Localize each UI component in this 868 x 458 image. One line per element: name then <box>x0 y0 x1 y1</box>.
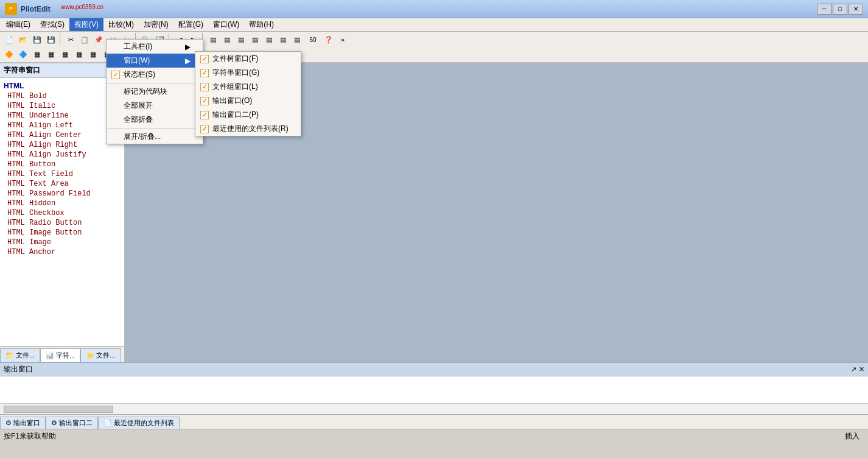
sidebar-item[interactable]: HTML Password Field <box>0 189 124 199</box>
menu-config[interactable]: 配置(G) <box>173 18 208 31</box>
sidebar-item[interactable]: HTML Checkbox <box>0 208 124 218</box>
output-tab[interactable]: ⚙输出窗口二 <box>46 417 98 429</box>
menu-statusbar-label: 状态栏(S) <box>124 69 155 80</box>
status-bar: 按F1来获取帮助 插入 <box>0 429 868 443</box>
tab-icon: 📁 <box>5 351 14 359</box>
sidebar-item[interactable]: HTML Text Area <box>0 179 124 189</box>
mark-code-check-placeholder <box>111 88 121 96</box>
tb-help[interactable]: ❓ <box>322 33 335 46</box>
tb2-b7[interactable]: ▦ <box>86 48 100 61</box>
menu-mark-code-label: 标记为代码块 <box>124 86 167 97</box>
menu-expand-all[interactable]: 全部展开 <box>107 99 203 113</box>
file-tree-check-box: ✓ <box>200 55 209 63</box>
tb-b7[interactable]: ▤ <box>290 33 304 46</box>
menu-mark-code[interactable]: 标记为代码块 <box>107 85 203 99</box>
sidebar-item[interactable]: HTML Text Field <box>0 169 124 179</box>
status-help-text: 按F1来获取帮助 <box>4 431 845 442</box>
menu-window[interactable]: 窗口(W) <box>208 18 244 31</box>
sep1 <box>60 33 62 46</box>
submenu-file-tree[interactable]: ✓ 文件树窗口(F) <box>195 52 301 66</box>
string-window-check: ✓ <box>200 69 210 77</box>
horizontal-scrollbar[interactable] <box>4 406 113 413</box>
menu-edit[interactable]: 编辑(E) <box>1 18 35 31</box>
tb-new[interactable]: 📄 <box>2 33 16 46</box>
expand-all-check-placeholder <box>111 102 121 110</box>
tb-open[interactable]: 📂 <box>16 33 30 46</box>
tb-b2[interactable]: ▤ <box>220 33 234 46</box>
menu-toolbar[interactable]: 工具栏(I) ▶ <box>107 40 203 54</box>
app-logo: P <box>5 3 17 15</box>
sidebar-item[interactable]: HTML Image Button <box>0 228 124 238</box>
output-area: 输出窗口 ↗ ✕ ⚙输出窗口⚙输出窗口二📄最近使用的文件列表 <box>0 362 868 429</box>
menu-compare[interactable]: 比较(M) <box>103 18 139 31</box>
menu-collapse-all-label: 全部折叠 <box>124 114 153 125</box>
output2-check: ✓ <box>200 111 210 119</box>
menu-expand-collapse[interactable]: 展开/折叠... <box>107 130 203 144</box>
toolbar-arrow: ▶ <box>175 43 191 51</box>
tb2-b6[interactable]: ▦ <box>72 48 86 61</box>
tb-copy[interactable]: 📋 <box>78 33 91 46</box>
tb-b1[interactable]: ▤ <box>206 33 220 46</box>
menu-collapse-all[interactable]: 全部折叠 <box>107 113 203 127</box>
tb-num[interactable]: 60 <box>304 33 321 46</box>
output-close-button[interactable]: ✕ <box>859 365 864 373</box>
app-title: PilotEdit <box>21 5 817 13</box>
submenu-string-window[interactable]: ✓ 字符串窗口(G) <box>195 66 301 80</box>
sidebar-item[interactable]: HTML Hidden <box>0 199 124 208</box>
sidebar-item[interactable]: HTML Button <box>0 160 124 169</box>
tb-more[interactable]: » <box>336 33 349 46</box>
tb-b4[interactable]: ▤ <box>248 33 262 46</box>
file-group-check: ✓ <box>200 83 210 91</box>
tb-save-all[interactable]: 💾 <box>44 33 58 46</box>
menu-separator2 <box>107 128 203 129</box>
tb-save[interactable]: 💾 <box>30 33 44 46</box>
submenu-recent-files[interactable]: ✓ 最近使用的文件列表(R) <box>195 122 301 136</box>
recent-files-check-box: ✓ <box>200 125 209 133</box>
tb-b3[interactable]: ▤ <box>234 33 248 46</box>
toolbar-check-placeholder <box>111 43 121 51</box>
restore-button[interactable]: □ <box>833 4 847 15</box>
file-group-check-box: ✓ <box>200 83 209 91</box>
sidebar-item[interactable]: HTML Image <box>0 238 124 247</box>
output-tab[interactable]: 📄最近使用的文件列表 <box>98 417 180 429</box>
submenu-output2[interactable]: ✓ 输出窗口二(P) <box>195 108 301 122</box>
menu-statusbar[interactable]: ✓ 状态栏(S) <box>107 68 203 82</box>
output-scrollbar[interactable] <box>0 403 868 414</box>
tb-b6[interactable]: ▤ <box>276 33 290 46</box>
output-dock-button[interactable]: ↗ <box>851 365 856 373</box>
tab-label: 文件... <box>96 351 115 360</box>
statusbar-check: ✓ <box>111 71 121 79</box>
menu-expand-all-label: 全部展开 <box>124 100 153 111</box>
submenu-file-group-label: 文件组窗口(L) <box>212 82 258 92</box>
sidebar-item[interactable]: HTML Align Justify <box>0 150 124 160</box>
tb-cut[interactable]: ✂ <box>64 33 77 46</box>
menu-toolbar-label: 工具栏(I) <box>124 41 152 52</box>
tb2-b4[interactable]: ▦ <box>44 48 58 61</box>
menu-window[interactable]: 窗口(W) ▶ <box>107 54 203 68</box>
submenu-output1[interactable]: ✓ 输出窗口(O) <box>195 94 301 108</box>
sidebar-item[interactable]: HTML Anchor <box>0 247 124 257</box>
sidebar-tab[interactable]: 📊字符... <box>40 348 80 362</box>
output-tab-label: 输出窗口二 <box>59 418 93 428</box>
tb2-b2[interactable]: 🔷 <box>16 48 30 61</box>
menu-search[interactable]: 查找(S) <box>35 18 69 31</box>
menu-view[interactable]: 视图(V) <box>69 18 103 31</box>
sidebar-item[interactable]: HTML Radio Button <box>0 218 124 228</box>
tb2-b5[interactable]: ▦ <box>58 48 72 61</box>
recent-files-check: ✓ <box>200 125 210 133</box>
output-tab[interactable]: ⚙输出窗口 <box>0 417 46 429</box>
tb2-b1[interactable]: 🔶 <box>2 48 16 61</box>
window-check-placeholder <box>111 57 121 65</box>
menu-separator1 <box>107 83 203 83</box>
close-button[interactable]: ✕ <box>849 4 863 15</box>
tb2-b3[interactable]: ▦ <box>30 48 44 61</box>
submenu-recent-files-label: 最近使用的文件列表(R) <box>212 124 289 134</box>
submenu-file-group[interactable]: ✓ 文件组窗口(L) <box>195 80 301 94</box>
sidebar-tab[interactable]: ⭐文件... <box>80 348 121 362</box>
tb-paste[interactable]: 📌 <box>92 33 105 46</box>
sidebar-tab[interactable]: 📁文件... <box>0 348 40 362</box>
menu-help[interactable]: 帮助(H) <box>244 18 279 31</box>
minimize-button[interactable]: ─ <box>817 4 831 15</box>
menu-encrypt[interactable]: 加密(N) <box>139 18 173 31</box>
tb-b5[interactable]: ▤ <box>262 33 276 46</box>
